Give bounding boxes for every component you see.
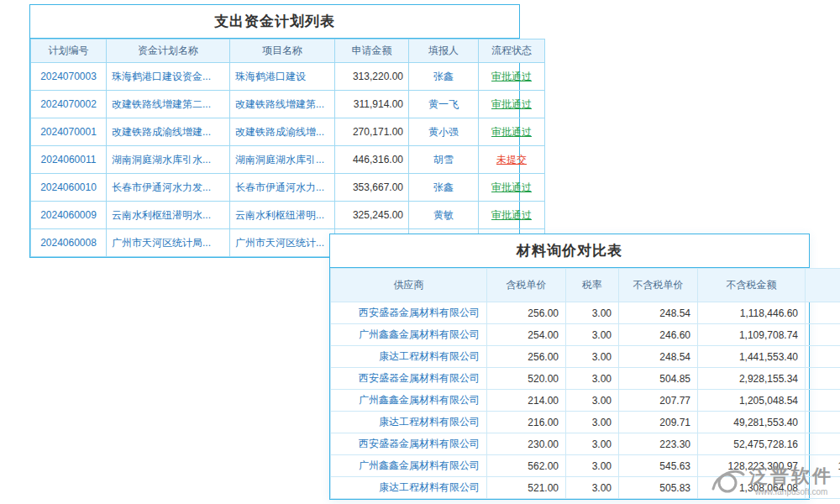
quote-row-cell-price_notax: 223.30 [619,433,698,455]
quote-row-cell-price_tax: 521.00 [487,477,566,499]
expense-row-cell-person[interactable]: 张鑫 [409,63,479,91]
expense-plan-table: 计划编号资金计划名称项目名称申请金额填报人流程状态 2024070003珠海鹤港… [30,39,545,257]
expense-row-cell-project[interactable]: 改建铁路线增建第... [230,91,335,118]
quote-row-cell-rate: 3.00 [566,346,619,368]
expense-row: 2024070003珠海鹤港口建设资金...珠海鹤港口建设313,220.00张… [31,63,545,91]
quote-row-cell-amount_notax: 1,118,446.60 [698,302,806,324]
expense-row-cell-amount: 353,667.00 [335,174,409,202]
expense-row-cell-project[interactable]: 改建铁路成渝线增... [230,118,335,146]
quote-row: 西安盛器金属材料有限公司230.003.00223.3052,475,728.1… [331,433,840,455]
quote-row-cell-supplier[interactable]: 西安盛器金属材料有限公司 [331,302,487,324]
expense-row-cell-id[interactable]: 2024060009 [31,202,107,229]
expense-row-cell-project[interactable]: 湖南洞庭湖水库引... [230,146,335,174]
quote-row-cell-price_notax: 545.63 [619,455,698,477]
expense-row-cell-plan[interactable]: 改建铁路线增建第二... [107,91,230,118]
quote-row-cell-rate: 3.00 [566,433,619,455]
quote-row-cell-supplier[interactable]: 广州鑫鑫金属材料有限公司 [331,455,487,477]
quote-row-cell-price_tax: 216.00 [487,412,566,433]
quote-row-cell-supplier[interactable]: 康达工程材料有限公司 [331,346,487,368]
quote-row-cell-amount_notax: 1,441,553.40 [698,346,806,368]
material-quote-title: 材料询价对比表 [330,234,809,268]
expense-row-cell-status[interactable]: 审批通过 [479,174,545,202]
expense-row-cell-project[interactable]: 广州市天河区统计... [230,229,335,257]
expense-row-cell-plan[interactable]: 珠海鹤港口建设资金... [107,63,230,91]
expense-row-cell-id[interactable]: 2024070001 [31,118,107,146]
expense-row-cell-status[interactable]: 审批通过 [479,63,545,91]
expense-row-cell-status[interactable]: 审批通过 [479,202,545,229]
expense-row-cell-id[interactable]: 2024060008 [31,229,107,257]
expense-plan-panel: 支出资金计划列表 计划编号资金计划名称项目名称申请金额填报人流程状态 20240… [29,4,520,258]
quote-row-cell-supplier[interactable]: 康达工程材料有限公司 [331,412,487,433]
expense-row: 2024060011湖南洞庭湖水库引水...湖南洞庭湖水库引...446,316… [31,146,545,174]
quote-row-cell-rate: 3.00 [566,477,619,499]
quote-row-cell-supplier[interactable]: 广州鑫鑫金属材料有限公司 [331,390,487,412]
expense-plan-title: 支出资金计划列表 [30,5,519,39]
expense-row-cell-plan[interactable]: 广州市天河区统计局... [107,229,230,257]
quote-row: 西安盛器金属材料有限公司520.003.00504.852,928,155.34… [331,368,840,390]
quote-row-cell-amount_notax: 1,109,708.74 [698,324,806,346]
expense-row-cell-status[interactable]: 未提交 [479,146,545,174]
quote-row-cell-price_tax: 520.00 [487,368,566,390]
quote-row-cell-price_notax: 248.54 [619,346,698,368]
quote-row-cell-amount_notax: 2,928,155.34 [698,368,806,390]
expense-row-cell-status[interactable]: 审批通过 [479,91,545,118]
expense-row-cell-plan[interactable]: 湖南洞庭湖水库引水... [107,146,230,174]
quote-col-header-0: 供应商 [331,269,487,302]
expense-row-cell-person[interactable]: 张鑫 [409,174,479,202]
quote-row: 广州鑫鑫金属材料有限公司214.003.00207.771,205,048.54… [331,390,840,412]
expense-row: 2024070001改建铁路成渝线增建...改建铁路成渝线增...270,171… [31,118,545,146]
quote-row-cell-price_tax: 256.00 [487,346,566,368]
expense-col-header-2: 项目名称 [230,39,335,63]
expense-row-cell-person[interactable]: 胡雪 [409,146,479,174]
expense-row-cell-project[interactable]: 长春市伊通河水力... [230,174,335,202]
quote-col-header-2: 税率 [566,269,619,302]
quote-row-cell-supplier[interactable]: 康达工程材料有限公司 [331,477,487,499]
expense-row: 2024060010长春市伊通河水力发...长春市伊通河水力...353,667… [31,174,545,202]
expense-row-cell-status[interactable]: 审批通过 [479,118,545,146]
quote-row-cell-price_notax: 505.83 [619,477,698,499]
expense-row-cell-person[interactable]: 黄小强 [409,118,479,146]
expense-row-cell-id[interactable]: 2024070003 [31,63,107,91]
expense-row-cell-amount: 311,914.00 [335,91,409,118]
expense-col-header-0: 计划编号 [31,39,107,63]
expense-row-cell-project[interactable]: 云南水利枢纽潜明... [230,202,335,229]
expense-row-cell-project[interactable]: 珠海鹤港口建设 [230,63,335,91]
quote-row-cell-amount_tax: 1,143,000.00 [806,324,840,346]
expense-col-header-3: 申请金额 [335,39,409,63]
quote-row: 康达工程材料有限公司256.003.00248.541,441,553.401,… [331,346,840,368]
quote-row-cell-price_notax: 246.60 [619,324,698,346]
expense-row-cell-plan[interactable]: 云南水利枢纽潜明水... [107,202,230,229]
quote-row: 广州鑫鑫金属材料有限公司562.003.00545.63128,223,300.… [331,455,840,477]
quote-row-cell-price_tax: 214.00 [487,390,566,412]
expense-row: 2024060009云南水利枢纽潜明水...云南水利枢纽潜明...325,245… [31,202,545,229]
quote-row-cell-supplier[interactable]: 西安盛器金属材料有限公司 [331,368,487,390]
expense-row-cell-id[interactable]: 2024060010 [31,174,107,202]
expense-row-cell-amount: 270,171.00 [335,118,409,146]
quote-row-cell-amount_tax: 3,016,000.00 [806,368,840,390]
expense-row-cell-plan[interactable]: 改建铁路成渝线增建... [107,118,230,146]
expense-row-cell-id[interactable]: 2024060011 [31,146,107,174]
expense-row-cell-plan[interactable]: 长春市伊通河水力发... [107,174,230,202]
expense-col-header-4: 填报人 [409,39,479,63]
expense-row-cell-amount: 313,220.00 [335,63,409,91]
quote-row-cell-price_notax: 209.71 [619,412,698,433]
quote-col-header-5: 含税金额 [806,269,840,302]
expense-row-cell-person[interactable]: 黄敏 [409,202,479,229]
quote-col-header-1: 含税单价 [487,269,566,302]
quote-row-cell-amount_tax: 1,484,800.00 [806,346,840,368]
quote-row-cell-rate: 3.00 [566,390,619,412]
material-quote-panel: 材料询价对比表 供应商含税单价税率不含税单价不含税金额含税金额 西安盛器金属材料… [329,234,810,500]
quote-row-cell-amount_tax: 1,241,200.00 [806,390,840,412]
quote-row-cell-supplier[interactable]: 广州鑫鑫金属材料有限公司 [331,324,487,346]
quote-row-cell-amount_tax: 1,347,306.00 [806,477,840,499]
expense-row-cell-person[interactable]: 黄一飞 [409,91,479,118]
quote-row-cell-supplier[interactable]: 西安盛器金属材料有限公司 [331,433,487,455]
quote-row-cell-rate: 3.00 [566,302,619,324]
expense-col-header-1: 资金计划名称 [107,39,230,63]
quote-row: 西安盛器金属材料有限公司256.003.00248.541,118,446.60… [331,302,840,324]
quote-row-cell-amount_tax: 1,152,000.00 [806,302,840,324]
expense-row-cell-id[interactable]: 2024070002 [31,91,107,118]
quote-row-cell-amount_notax: 1,205,048.54 [698,390,806,412]
quote-row: 康达工程材料有限公司216.003.00209.7149,281,553.405… [331,412,840,433]
expense-header-row: 计划编号资金计划名称项目名称申请金额填报人流程状态 [31,39,545,63]
